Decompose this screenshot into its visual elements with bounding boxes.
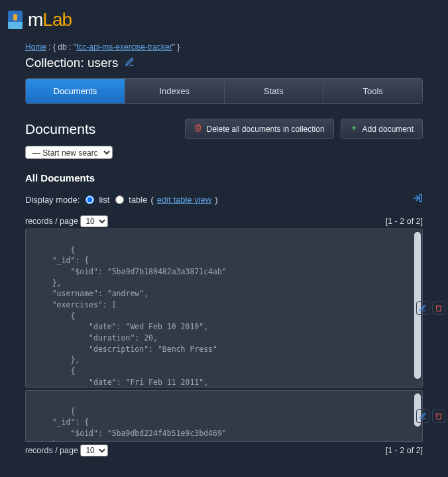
- breadcrumb-db-suffix: " }: [172, 42, 180, 52]
- search-select[interactable]: — Start new search —: [25, 146, 113, 159]
- delete-document-icon[interactable]: [432, 409, 445, 423]
- tab-indexes[interactable]: Indexes: [125, 79, 225, 103]
- display-mode-list-radio[interactable]: [85, 195, 94, 204]
- display-mode-table-radio[interactable]: [115, 195, 124, 204]
- delete-all-button[interactable]: Delete all documents in collection: [185, 119, 334, 139]
- logo-lab: Lab: [42, 9, 72, 30]
- document-json: { "_id": { "$oid": "5ba9dbd224f4b51e9c3b…: [34, 407, 227, 442]
- delete-all-label: Delete all documents in collection: [207, 125, 325, 134]
- page-range-bottom: [1 - 2 of 2]: [386, 446, 423, 455]
- delete-document-icon[interactable]: [432, 301, 445, 315]
- page-range-top: [1 - 2 of 2]: [386, 217, 423, 226]
- document-json: { "_id": { "$oid": "5ba9d7b180482a3a3871…: [34, 245, 227, 388]
- edit-document-icon[interactable]: [416, 409, 429, 423]
- display-mode-list-label: list: [99, 195, 109, 205]
- plus-icon: [350, 124, 358, 134]
- documents-list: { "_id": { "$oid": "5ba9d7b180482a3a3871…: [25, 229, 423, 442]
- rpp-select-top[interactable]: 10: [80, 215, 108, 227]
- document-row[interactable]: { "_id": { "$oid": "5ba9d7b180482a3a3871…: [25, 229, 423, 388]
- add-document-button[interactable]: Add document: [341, 119, 423, 139]
- breadcrumb-db-link[interactable]: fcc-api-ms-exercise-tracker: [76, 42, 172, 52]
- breadcrumb-db-prefix: { db : ": [53, 42, 76, 52]
- all-documents-title: All Documents: [25, 172, 423, 184]
- display-mode: Display mode: list table (edit table vie…: [25, 195, 218, 205]
- svg-rect-2: [420, 195, 421, 202]
- logo-m: m: [28, 9, 42, 30]
- records-per-page-bottom: records / page 10: [25, 445, 108, 456]
- logo-mark-icon: [8, 11, 23, 29]
- breadcrumb-home-link[interactable]: Home: [25, 42, 46, 52]
- logo-text: mLab: [28, 9, 72, 30]
- tabs: Documents Indexes Stats Tools: [25, 78, 423, 104]
- display-mode-label: Display mode:: [25, 195, 80, 205]
- rpp-label-bottom: records / page: [25, 446, 78, 455]
- rpp-select-bottom[interactable]: 10: [80, 445, 108, 456]
- document-row[interactable]: { "_id": { "$oid": "5ba9dbd224f4b51e9c3b…: [25, 390, 423, 442]
- display-mode-table-label: table: [129, 195, 147, 205]
- breadcrumb: Home : { db : "fcc-api-ms-exercise-track…: [25, 42, 423, 52]
- page-title-text: Collection: users: [25, 56, 118, 70]
- records-per-page-top: records / page 10: [25, 215, 108, 227]
- tab-documents[interactable]: Documents: [26, 79, 125, 103]
- edit-table-view-link[interactable]: edit table view: [157, 195, 211, 205]
- add-document-label: Add document: [363, 125, 414, 134]
- app-header: mLab: [0, 0, 448, 42]
- section-title: Documents: [25, 121, 95, 137]
- tab-tools[interactable]: Tools: [323, 79, 422, 103]
- tab-stats[interactable]: Stats: [225, 79, 324, 103]
- edit-title-icon[interactable]: [125, 56, 135, 70]
- logo[interactable]: mLab: [8, 9, 72, 30]
- trash-icon: [194, 124, 202, 134]
- rpp-label-top: records / page: [25, 217, 78, 226]
- page-title: Collection: users: [25, 56, 423, 70]
- export-icon[interactable]: [412, 193, 423, 206]
- edit-document-icon[interactable]: [416, 301, 429, 315]
